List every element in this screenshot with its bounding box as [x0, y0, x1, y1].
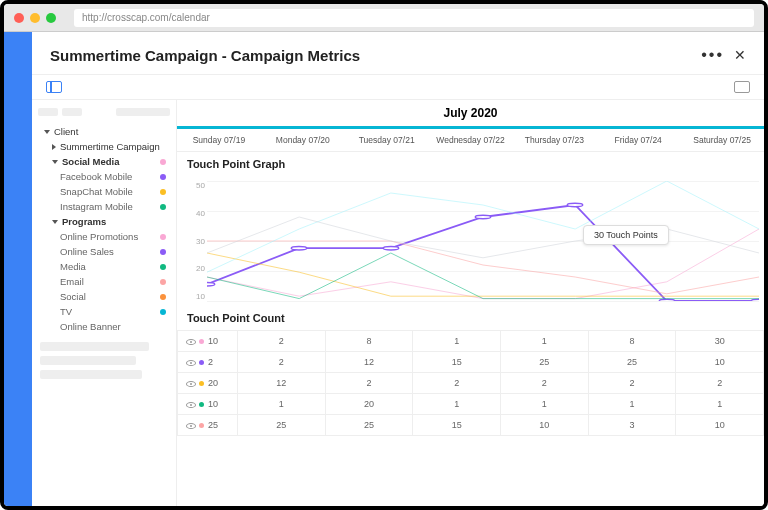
visibility-icon[interactable] — [186, 360, 196, 366]
day-header-row: Sunday 07/19Monday 07/20Tuesday 07/21Wed… — [177, 129, 764, 152]
svg-point-6 — [751, 299, 759, 301]
svg-point-0 — [207, 283, 215, 286]
table-row: 221215252510 — [178, 352, 764, 373]
close-icon[interactable]: ✕ — [734, 47, 746, 63]
page-title: Summertime Campaign - Campaign Metrics — [50, 47, 360, 64]
sidebar-item[interactable]: Facebook Mobile — [38, 169, 170, 184]
sidebar-item[interactable]: Programs — [38, 214, 170, 229]
day-header: Monday 07/20 — [261, 129, 345, 151]
sidebar-item[interactable]: Online Promotions — [38, 229, 170, 244]
sidebar-item[interactable]: Email — [38, 274, 170, 289]
more-icon[interactable]: ••• — [701, 46, 724, 64]
visibility-icon[interactable] — [186, 339, 196, 345]
panel-view-icon[interactable] — [46, 81, 62, 93]
month-header: July 2020 — [177, 100, 764, 129]
sidebar-item[interactable]: Summertime Campaign — [38, 139, 170, 154]
chart-tooltip: 30 Touch Points — [583, 225, 669, 245]
sidebar-item[interactable]: TV — [38, 304, 170, 319]
svg-point-5 — [659, 299, 674, 301]
table-row: 101201111 — [178, 394, 764, 415]
left-rail — [4, 32, 32, 506]
sidebar-item[interactable]: Client — [38, 124, 170, 139]
day-header: Thursday 07/23 — [512, 129, 596, 151]
sidebar-item[interactable]: Social Media — [38, 154, 170, 169]
touch-point-table: 1028118302212152525102012222221012011112… — [177, 330, 764, 436]
minimize-dot[interactable] — [30, 13, 40, 23]
sidebar-item[interactable]: Social — [38, 289, 170, 304]
day-header: Friday 07/24 — [596, 129, 680, 151]
table-row: 102811830 — [178, 331, 764, 352]
titlebar: http://crosscap.com/calendar — [4, 4, 764, 32]
day-header: Sunday 07/19 — [177, 129, 261, 151]
table-row: 2525251510310 — [178, 415, 764, 436]
visibility-icon[interactable] — [186, 381, 196, 387]
svg-point-3 — [475, 215, 490, 218]
visibility-icon[interactable] — [186, 423, 196, 429]
visibility-icon[interactable] — [186, 402, 196, 408]
close-dot[interactable] — [14, 13, 24, 23]
sidebar-item[interactable]: Online Banner — [38, 319, 170, 334]
sidebar-item[interactable]: Online Sales — [38, 244, 170, 259]
day-header: Wednesday 07/22 — [429, 129, 513, 151]
count-section-title: Touch Point Count — [177, 306, 764, 330]
svg-point-1 — [291, 247, 306, 250]
url-bar[interactable]: http://crosscap.com/calendar — [74, 9, 754, 27]
day-header: Saturday 07/25 — [680, 129, 764, 151]
sidebar-item[interactable]: Instagram Mobile — [38, 199, 170, 214]
maximize-dot[interactable] — [46, 13, 56, 23]
sidebar: ClientSummertime CampaignSocial MediaFac… — [32, 100, 177, 506]
graph-section-title: Touch Point Graph — [177, 152, 764, 176]
sidebar-item[interactable]: SnapChat Mobile — [38, 184, 170, 199]
day-header: Tuesday 07/21 — [345, 129, 429, 151]
svg-point-2 — [383, 247, 398, 250]
table-row: 201222222 — [178, 373, 764, 394]
svg-point-4 — [567, 203, 582, 206]
layout-view-icon[interactable] — [734, 81, 750, 93]
touch-point-chart: 5040302010 30 Touch Points — [177, 176, 764, 306]
sidebar-item[interactable]: Media — [38, 259, 170, 274]
